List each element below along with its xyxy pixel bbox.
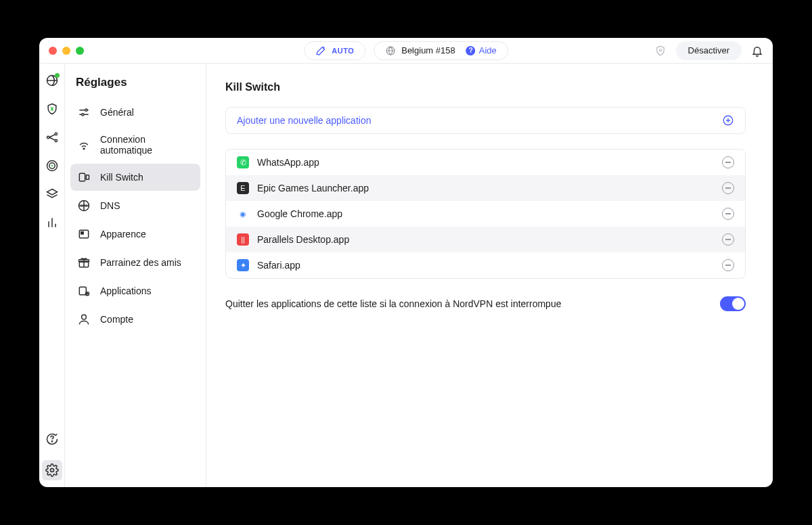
sidebar-title: Réglages: [70, 76, 200, 99]
globe-icon: [385, 45, 396, 56]
rail-shield-icon[interactable]: [45, 101, 60, 116]
kill-switch-icon: [77, 170, 91, 184]
help-link[interactable]: ? Aide: [466, 45, 497, 55]
svg-point-24: [82, 315, 87, 319]
toggle-description: Quitter les applications de cette liste …: [225, 298, 561, 309]
sidebar-item-kill-switch[interactable]: Kill Switch: [70, 164, 200, 191]
app-icon: ◉: [237, 208, 249, 220]
sidebar-item-label: DNS: [100, 200, 120, 211]
sidebar-item-label: Compte: [100, 314, 133, 325]
app-icon: E: [237, 182, 249, 194]
sidebar-item-label: Connexion automatique: [100, 134, 194, 156]
dns-icon: DNS: [77, 199, 91, 212]
app-icon: ✦: [237, 259, 249, 271]
sidebar-item-dns[interactable]: DNS DNS: [70, 192, 200, 219]
rail-layers-icon[interactable]: [45, 187, 60, 202]
settings-sidebar: Réglages Général Connexion automatique K…: [65, 64, 206, 487]
app-name: Google Chrome.app: [257, 208, 714, 219]
sidebar-item-appearance[interactable]: Apparence: [70, 221, 200, 248]
page-title: Kill Switch: [225, 81, 746, 93]
server-pill[interactable]: Belgium #158 ? Aide: [374, 41, 508, 60]
titlebar-center: AUTO Belgium #158 ? Aide: [304, 41, 508, 60]
remove-app-button[interactable]: [722, 259, 734, 271]
help-label: Aide: [479, 45, 497, 55]
app-row: ◉Google Chrome.app: [226, 201, 745, 227]
window-body: Réglages Général Connexion automatique K…: [39, 64, 773, 487]
notifications-button[interactable]: [751, 45, 763, 57]
remove-app-button[interactable]: [722, 208, 734, 220]
add-application-label: Ajouter une nouvelle application: [237, 115, 371, 126]
sidebar-item-account[interactable]: Compte: [70, 306, 200, 333]
titlebar-right: Désactiver: [654, 41, 763, 60]
plus-circle-icon: [722, 114, 734, 127]
sidebar-item-autoconnect[interactable]: Connexion automatique: [70, 127, 200, 162]
wifi-icon: [77, 138, 91, 152]
sidebar-item-applications[interactable]: Applications: [70, 277, 200, 304]
sidebar-item-label: Général: [100, 107, 134, 118]
server-name: Belgium #158: [401, 45, 455, 55]
wand-icon: [315, 45, 326, 56]
shield-status-icon[interactable]: [654, 45, 667, 57]
app-row: ✆WhatsApp.app: [226, 150, 745, 175]
titlebar: AUTO Belgium #158 ? Aide Désactiver: [39, 38, 773, 64]
rail-radar-icon[interactable]: [45, 158, 60, 173]
remove-app-button[interactable]: [722, 182, 734, 194]
close-window-button[interactable]: [49, 47, 57, 55]
svg-rect-19: [81, 232, 83, 234]
app-list: ✆WhatsApp.appEEpic Games Launcher.app◉Go…: [225, 149, 746, 279]
svg-point-3: [47, 136, 49, 138]
minimize-window-button[interactable]: [62, 47, 70, 55]
svg-point-11: [85, 109, 87, 111]
main-content: Kill Switch Ajouter une nouvelle applica…: [206, 64, 773, 487]
app-row: ✦Safari.app: [226, 252, 745, 278]
app-icon: ✆: [237, 156, 249, 168]
sidebar-item-refer[interactable]: Parrainez des amis: [70, 249, 200, 276]
sidebar-item-label: Kill Switch: [100, 172, 143, 183]
svg-text:DNS: DNS: [81, 204, 88, 208]
rail-stats-icon[interactable]: [45, 215, 60, 230]
app-name: WhatsApp.app: [257, 157, 714, 168]
add-application-button[interactable]: Ajouter une nouvelle application: [225, 107, 746, 134]
svg-point-9: [51, 441, 52, 442]
sidebar-item-label: Applications: [100, 286, 152, 296]
app-row: EEpic Games Launcher.app: [226, 175, 745, 201]
app-name: Safari.app: [257, 260, 714, 271]
sidebar-item-general[interactable]: Général: [70, 99, 200, 126]
app-name: Epic Games Launcher.app: [257, 183, 714, 193]
svg-rect-14: [79, 173, 85, 181]
user-icon: [77, 313, 91, 326]
auto-label: AUTO: [332, 47, 354, 55]
app-name: Parallels Desktop.app: [257, 234, 714, 245]
deactivate-label: Désactiver: [688, 45, 729, 55]
deactivate-button[interactable]: Désactiver: [676, 41, 742, 60]
quit-apps-toggle-row: Quitter les applications de cette liste …: [225, 296, 746, 311]
svg-point-1: [659, 49, 661, 51]
maximize-window-button[interactable]: [76, 47, 84, 55]
svg-point-8: [51, 165, 53, 167]
rail-globe-icon[interactable]: [45, 73, 60, 88]
sidebar-item-label: Apparence: [100, 229, 146, 239]
svg-point-12: [82, 114, 84, 116]
svg-point-13: [83, 148, 85, 150]
quit-apps-toggle[interactable]: [720, 296, 746, 311]
apps-icon: [77, 284, 91, 298]
app-row: ||Parallels Desktop.app: [226, 227, 745, 252]
app-window: AUTO Belgium #158 ? Aide Désactiver: [39, 38, 773, 487]
svg-rect-15: [86, 175, 89, 180]
remove-app-button[interactable]: [722, 233, 734, 246]
traffic-lights: [49, 47, 84, 55]
sliders-icon: [77, 106, 91, 119]
svg-point-5: [55, 139, 57, 141]
svg-point-4: [55, 133, 57, 135]
rail-mesh-icon[interactable]: [45, 130, 60, 145]
app-icon: ||: [237, 233, 249, 246]
svg-point-10: [50, 469, 53, 472]
appearance-icon: [77, 227, 91, 241]
icon-rail: [39, 64, 65, 487]
gift-icon: [77, 256, 91, 269]
rail-settings-icon[interactable]: [42, 460, 62, 480]
auto-mode-pill[interactable]: AUTO: [304, 41, 365, 60]
remove-app-button[interactable]: [722, 156, 734, 168]
help-icon: ?: [466, 46, 476, 55]
rail-help-icon[interactable]: [45, 432, 60, 447]
